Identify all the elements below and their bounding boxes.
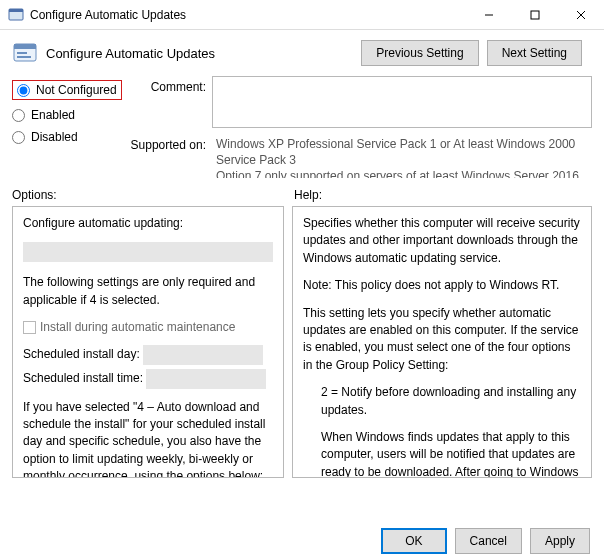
minimize-button[interactable]	[466, 0, 512, 30]
radio-not-configured-label: Not Configured	[36, 83, 117, 97]
radio-disabled[interactable]: Disabled	[12, 130, 122, 144]
next-setting-button[interactable]: Next Setting	[487, 40, 582, 66]
scheduled-time-select[interactable]	[146, 369, 266, 389]
comment-input[interactable]	[212, 76, 592, 128]
svg-rect-1	[9, 9, 23, 12]
maximize-button[interactable]	[512, 0, 558, 30]
svg-rect-8	[17, 52, 27, 54]
options-schedule-paragraph: If you have selected "4 – Auto download …	[23, 399, 273, 478]
radio-enabled-input[interactable]	[12, 109, 25, 122]
comment-label: Comment:	[130, 76, 206, 128]
options-section-label: Options:	[12, 188, 294, 202]
policy-icon	[12, 40, 38, 66]
help-opt2: 2 = Notify before downloading and instal…	[303, 384, 581, 419]
help-opt2-desc: When Windows finds updates that apply to…	[303, 429, 581, 478]
close-button[interactable]	[558, 0, 604, 30]
help-p1: Specifies whether this computer will rec…	[303, 215, 581, 267]
state-radio-group: Not Configured Enabled Disabled	[12, 76, 122, 178]
radio-not-configured-input[interactable]	[17, 84, 30, 97]
previous-setting-button[interactable]: Previous Setting	[361, 40, 478, 66]
svg-rect-9	[17, 56, 31, 58]
checkbox-icon	[23, 321, 36, 334]
svg-rect-7	[14, 44, 36, 49]
scheduled-time-label: Scheduled install time:	[23, 371, 143, 385]
help-p2: Note: This policy does not apply to Wind…	[303, 277, 581, 294]
radio-not-configured[interactable]: Not Configured	[17, 83, 117, 97]
header: Configure Automatic Updates Previous Set…	[0, 30, 604, 74]
scheduled-day-select[interactable]	[143, 345, 263, 365]
radio-disabled-input[interactable]	[12, 131, 25, 144]
cancel-button[interactable]: Cancel	[455, 528, 522, 554]
options-note-required: The following settings are only required…	[23, 274, 273, 309]
svg-rect-3	[531, 11, 539, 19]
radio-enabled[interactable]: Enabled	[12, 108, 122, 122]
radio-disabled-label: Disabled	[31, 130, 78, 144]
help-panel[interactable]: Specifies whether this computer will rec…	[292, 206, 592, 478]
configure-updating-select[interactable]	[23, 242, 273, 262]
scheduled-day-label: Scheduled install day:	[23, 347, 140, 361]
supported-on-label: Supported on:	[130, 134, 206, 178]
page-title: Configure Automatic Updates	[46, 46, 361, 61]
options-panel[interactable]: Configure automatic updating: The follow…	[12, 206, 284, 478]
supported-on-text: Windows XP Professional Service Pack 1 o…	[212, 134, 592, 178]
checkbox-install-maintenance-label: Install during automatic maintenance	[40, 319, 235, 336]
ok-button[interactable]: OK	[381, 528, 446, 554]
options-configure-label: Configure automatic updating:	[23, 215, 273, 232]
checkbox-install-maintenance[interactable]: Install during automatic maintenance	[23, 319, 273, 336]
titlebar: Configure Automatic Updates	[0, 0, 604, 30]
dialog-footer: OK Cancel Apply	[381, 528, 590, 554]
window-title: Configure Automatic Updates	[30, 8, 466, 22]
highlight-not-configured: Not Configured	[12, 80, 122, 100]
help-section-label: Help:	[294, 188, 592, 202]
apply-button[interactable]: Apply	[530, 528, 590, 554]
radio-enabled-label: Enabled	[31, 108, 75, 122]
app-icon	[8, 7, 24, 23]
help-p3: This setting lets you specify whether au…	[303, 305, 581, 375]
